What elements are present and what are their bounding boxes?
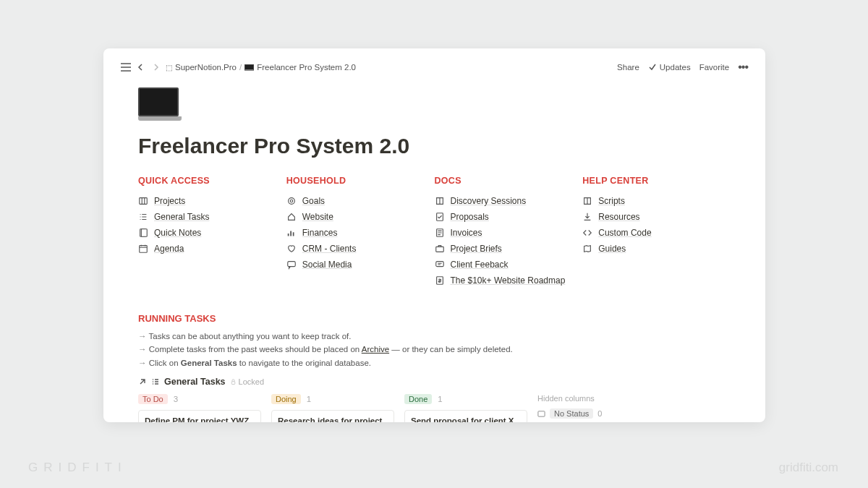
hint-line: → Tasks can be about anything you want t…: [138, 330, 731, 343]
svg-point-4: [288, 198, 294, 205]
list-icon: [151, 377, 160, 386]
link-label: Finances: [302, 228, 338, 238]
link-item[interactable]: Resources: [582, 209, 731, 225]
watermark-right: gridfiti.com: [779, 461, 838, 475]
breadcrumb-page[interactable]: Freelancer Pro System 2.0: [257, 63, 356, 72]
book-icon: [435, 196, 445, 206]
column-count: 3: [174, 395, 178, 403]
hidden-columns-label: Hidden columns: [537, 394, 602, 403]
more-icon[interactable]: •••: [738, 61, 748, 74]
link-item[interactable]: Website: [286, 209, 435, 225]
topbar: ⬚ SuperNotion.Pro / Freelancer Pro Syste…: [118, 56, 751, 79]
link-item[interactable]: Project Briefs: [435, 241, 583, 257]
doc-check-icon: [435, 212, 445, 222]
svg-point-5: [290, 200, 293, 202]
laptop-icon: [244, 64, 254, 71]
updates-button[interactable]: Updates: [648, 63, 691, 72]
hint-line: → Complete tasks from the past weeks sho…: [138, 343, 731, 356]
workspace-icon: ⬚: [166, 64, 172, 72]
link-item[interactable]: Client Feeback: [435, 257, 583, 273]
link-label: Project Briefs: [451, 244, 502, 254]
link-item[interactable]: Goals: [286, 193, 435, 209]
svg-rect-10: [435, 262, 443, 267]
page-title: Freelancer Pro System 2.0: [138, 134, 731, 158]
status-pill: Doing: [271, 394, 301, 404]
receipt-icon: [435, 228, 445, 238]
svg-rect-6: [288, 262, 296, 267]
link-column: DOCSDiscovery SessionsProposalsInvoicesP…: [435, 176, 583, 288]
link-item[interactable]: Proposals: [435, 209, 583, 225]
breadcrumb-workspace[interactable]: SuperNotion.Pro: [175, 63, 237, 72]
link-label: Website: [302, 212, 333, 222]
column-header[interactable]: Done1: [404, 394, 527, 404]
status-pill: To Do: [138, 394, 168, 404]
book-icon: [582, 196, 592, 206]
calendar-icon: [138, 244, 148, 254]
link-item[interactable]: General Tasks: [138, 209, 286, 225]
link-label: CRM - Clients: [302, 244, 357, 254]
svg-rect-12: [231, 381, 235, 384]
download-icon: [582, 212, 592, 222]
running-tasks-heading: RUNNING TASKS: [138, 313, 731, 324]
svg-rect-3: [140, 246, 148, 253]
svg-rect-9: [435, 247, 443, 252]
link-item[interactable]: CRM - Clients: [286, 241, 435, 257]
card-title: Define PM for project YWZ: [145, 416, 255, 422]
dollar-icon: [435, 275, 445, 286]
board-card[interactable]: Research ideas for project ZZ Felipe S. …: [271, 410, 394, 422]
breadcrumb[interactable]: ⬚ SuperNotion.Pro / Freelancer Pro Syste…: [166, 63, 356, 72]
column-header[interactable]: To Do3: [138, 394, 261, 404]
page-icon[interactable]: [138, 87, 731, 121]
watermark-left: GRIDFITI: [28, 461, 127, 475]
link-item[interactable]: Custom Code: [582, 225, 731, 241]
arrow-out-icon: [138, 377, 147, 386]
link-column: HELP CENTERScriptsResourcesCustom CodeGu…: [582, 176, 731, 288]
svg-rect-7: [436, 213, 443, 221]
hidden-column-row[interactable]: No Status0: [537, 408, 602, 419]
column-count: 1: [307, 395, 311, 403]
list-icon: [138, 212, 148, 222]
column-heading: HELP CENTER: [582, 176, 731, 186]
card-title: Research ideas for project ZZ: [278, 416, 388, 422]
status-pill: Done: [404, 394, 432, 404]
link-column: QUICK ACCESSProjectsGeneral TasksQuick N…: [138, 176, 286, 288]
forward-icon[interactable]: [151, 63, 160, 72]
link-label: Discovery Sessions: [451, 196, 527, 206]
link-label: Guides: [598, 244, 626, 254]
link-item[interactable]: Quick Notes: [138, 225, 286, 241]
linked-db-header[interactable]: General Tasks Locked: [138, 377, 731, 387]
board-card[interactable]: Define PM for project YWZ Felipe S. Mar …: [138, 410, 261, 422]
favorite-button[interactable]: Favorite: [699, 63, 730, 72]
running-tasks-section: RUNNING TASKS → Tasks can be about anyth…: [138, 313, 731, 422]
feedback-icon: [435, 260, 445, 270]
column-heading: QUICK ACCESS: [138, 176, 286, 186]
link-item[interactable]: Scripts: [582, 193, 731, 209]
back-icon[interactable]: [137, 63, 145, 72]
quick-links-columns: QUICK ACCESSProjectsGeneral TasksQuick N…: [138, 176, 731, 288]
board-column: Doing1 Research ideas for project ZZ Fel…: [271, 394, 394, 422]
code-icon: [582, 228, 592, 238]
link-label: Resources: [598, 212, 639, 222]
link-label: Client Feeback: [451, 260, 509, 270]
link-item[interactable]: Projects: [138, 193, 286, 209]
board-icon: [138, 196, 148, 206]
link-item[interactable]: Finances: [286, 225, 435, 241]
share-button[interactable]: Share: [617, 63, 639, 72]
board-column: Done1 Send proposal for client X Felipe …: [404, 394, 527, 422]
linked-db-title[interactable]: General Tasks: [164, 377, 226, 387]
locked-indicator: Locked: [230, 377, 264, 386]
briefcase-icon: [435, 244, 445, 254]
link-column: HOUSEHOLDGoalsWebsiteFinancesCRM - Clien…: [286, 176, 435, 288]
target-icon: [286, 196, 297, 206]
bars-icon: [286, 228, 297, 238]
link-item[interactable]: Invoices: [435, 225, 583, 241]
svg-rect-13: [538, 411, 545, 416]
link-item[interactable]: The $10k+ Website Roadmap: [435, 273, 583, 288]
column-header[interactable]: Doing1: [271, 394, 394, 404]
link-item[interactable]: Guides: [582, 241, 731, 257]
link-item[interactable]: Agenda: [138, 241, 286, 257]
link-item[interactable]: Social Media: [286, 257, 435, 273]
hamburger-icon[interactable]: [121, 63, 131, 72]
board-card[interactable]: Send proposal for client X Felipe S. Mar…: [404, 410, 527, 422]
link-item[interactable]: Discovery Sessions: [435, 193, 583, 209]
